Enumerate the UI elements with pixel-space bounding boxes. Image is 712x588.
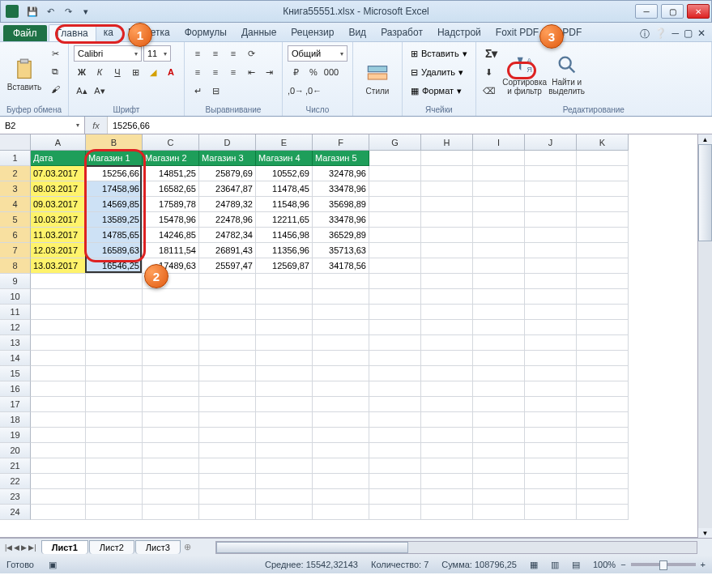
format-cells-button[interactable]: ▦ Формат ▾ [407,83,471,99]
underline-button[interactable]: Ч [109,64,126,80]
cell[interactable] [256,428,313,443]
cell[interactable] [199,351,256,366]
cell[interactable]: 24782,34 [199,228,256,243]
name-box[interactable]: B2▾ [0,117,85,134]
cell[interactable]: 35698,89 [313,197,369,212]
cell[interactable] [421,274,473,289]
cell[interactable] [31,489,86,505]
doc-restore-icon[interactable]: ▢ [684,28,693,41]
zoom-in-icon[interactable]: + [701,560,706,569]
cell[interactable] [313,412,369,428]
cell[interactable] [525,151,577,166]
cell[interactable] [577,181,629,197]
cell[interactable] [421,443,473,458]
wrap-text-icon[interactable]: ↵ [190,83,206,99]
cell[interactable] [199,335,256,351]
cell[interactable] [369,274,421,289]
cell[interactable] [525,397,577,412]
cell[interactable] [577,228,629,243]
cell[interactable] [199,428,256,443]
cell[interactable] [525,289,577,305]
cell[interactable] [577,443,629,458]
cell[interactable] [369,335,421,351]
cut-icon[interactable]: ✂ [47,45,63,62]
cell[interactable] [31,320,86,335]
cell[interactable] [86,320,143,335]
cell[interactable] [313,428,369,443]
cell[interactable] [256,335,313,351]
cell[interactable] [31,289,86,305]
font-name-combo[interactable]: Calibri▾ [74,45,142,62]
copy-icon[interactable]: ⧉ [47,63,63,79]
align-center-icon[interactable]: ≡ [207,64,224,80]
cell[interactable] [313,505,369,520]
indent-decrease-icon[interactable]: ⇤ [243,64,259,80]
cell[interactable]: 12569,87 [256,258,313,274]
ribbon-tab-8[interactable]: Надстрой [430,24,488,41]
row-header-4[interactable]: 4 [0,197,31,212]
cell[interactable] [421,305,473,320]
cell[interactable] [369,458,421,474]
col-header-H[interactable]: H [421,134,473,151]
sheet-next-icon[interactable]: ▶ [21,543,27,552]
align-middle-icon[interactable]: ≡ [207,45,224,62]
cell[interactable] [256,505,313,520]
save-icon[interactable]: 💾 [25,4,40,19]
cell[interactable] [31,381,86,397]
cell[interactable] [143,428,199,443]
cell[interactable] [577,197,629,212]
cell[interactable] [421,381,473,397]
number-format-combo[interactable]: Общий▾ [288,45,347,62]
sheet-tab-2[interactable]: Лист3 [135,540,181,554]
bold-button[interactable]: Ж [74,64,90,80]
row-header-24[interactable]: 24 [0,505,31,520]
align-top-icon[interactable]: ≡ [190,45,206,62]
zoom-out-icon[interactable]: − [620,560,625,569]
sheet-tab-1[interactable]: Лист2 [89,540,134,554]
cell[interactable] [143,305,199,320]
cell[interactable]: Магазин 5 [313,151,369,166]
cell[interactable] [525,166,577,181]
cell[interactable] [473,458,525,474]
cell[interactable] [256,274,313,289]
cell[interactable] [577,243,629,258]
row-header-23[interactable]: 23 [0,489,31,505]
font-color-button[interactable]: А [163,64,179,80]
cell[interactable] [473,243,525,258]
cell[interactable]: 14851,25 [143,166,199,181]
row-header-11[interactable]: 11 [0,305,31,320]
currency-icon[interactable]: ₽ [288,64,304,80]
cell[interactable] [369,505,421,520]
ribbon-tab-6[interactable]: Вид [341,24,373,41]
cell[interactable]: 17589,78 [143,197,199,212]
cell[interactable] [86,289,143,305]
cell[interactable] [313,458,369,474]
cell[interactable]: 15256,66 [86,166,143,181]
cell[interactable]: 22478,96 [199,212,256,228]
cell[interactable] [31,335,86,351]
orientation-icon[interactable]: ⟳ [243,45,259,62]
indent-increase-icon[interactable]: ⇥ [261,64,277,80]
cell[interactable] [421,212,473,228]
scroll-up-icon[interactable]: ▲ [698,134,712,144]
cell[interactable] [143,458,199,474]
format-painter-icon[interactable]: 🖌 [47,81,63,97]
cell[interactable] [421,320,473,335]
cell[interactable] [525,258,577,274]
cell[interactable] [369,351,421,366]
cell[interactable] [577,505,629,520]
doc-close-icon[interactable]: ✕ [697,28,706,41]
cell[interactable] [143,366,199,381]
cell[interactable] [369,474,421,489]
cell[interactable] [577,381,629,397]
cell[interactable]: 10.03.2017 [31,212,86,228]
cell[interactable] [86,474,143,489]
cell[interactable] [473,428,525,443]
row-header-10[interactable]: 10 [0,289,31,305]
cell[interactable] [369,381,421,397]
cell[interactable] [525,443,577,458]
cell[interactable] [577,258,629,274]
cell[interactable] [473,505,525,520]
increase-decimal-icon[interactable]: ,0→ [288,83,304,99]
cell[interactable]: 25879,69 [199,166,256,181]
